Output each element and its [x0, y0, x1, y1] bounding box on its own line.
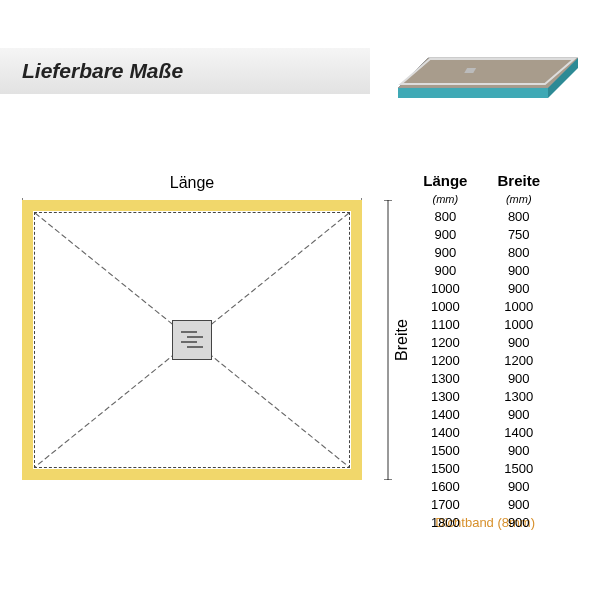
cell-length: 1200	[409, 334, 481, 350]
cell-length: 1500	[409, 442, 481, 458]
cell-width: 750	[483, 226, 554, 242]
table-row: 11001000	[409, 316, 554, 332]
cell-width: 1000	[483, 298, 554, 314]
cell-length: 1600	[409, 478, 481, 494]
cell-length: 800	[409, 208, 481, 224]
shower-tray-outline	[22, 200, 362, 480]
sizes-table: Länge(mm) Breite(mm) 8008009007509008009…	[407, 170, 556, 532]
cell-length: 1100	[409, 316, 481, 332]
cell-width: 900	[483, 442, 554, 458]
cell-width: 1200	[483, 352, 554, 368]
cell-width: 1400	[483, 424, 554, 440]
table-row: 1700900	[409, 496, 554, 512]
cell-width: 900	[483, 496, 554, 512]
product-photo	[368, 18, 588, 128]
table-row: 1000900	[409, 280, 554, 296]
length-label: Länge	[22, 174, 362, 192]
cell-length: 900	[409, 244, 481, 260]
table-row: 900900	[409, 262, 554, 278]
cell-width: 900	[483, 370, 554, 386]
table-row: 14001400	[409, 424, 554, 440]
table-row: 12001200	[409, 352, 554, 368]
cell-length: 1000	[409, 298, 481, 314]
table-row: 1400900	[409, 406, 554, 422]
cell-length: 1400	[409, 406, 481, 422]
dim-line-horizontal	[22, 192, 362, 200]
cell-width: 1300	[483, 388, 554, 404]
cell-width: 900	[483, 262, 554, 278]
cell-length: 1200	[409, 352, 481, 368]
cell-width: 900	[483, 334, 554, 350]
cell-width: 800	[483, 208, 554, 224]
cell-length: 1300	[409, 370, 481, 386]
cell-width: 900	[483, 406, 554, 422]
cell-length: 1400	[409, 424, 481, 440]
table-row: 15001500	[409, 460, 554, 476]
page-title: Lieferbare Maße	[22, 59, 183, 83]
cell-length: 900	[409, 226, 481, 242]
col-header-width: Breite(mm)	[483, 172, 554, 206]
cell-length: 1000	[409, 280, 481, 296]
cell-width: 1000	[483, 316, 554, 332]
cell-width: 900	[483, 514, 554, 530]
tray-inner-border	[34, 212, 350, 468]
table-row: 800800	[409, 208, 554, 224]
cell-width: 1500	[483, 460, 554, 476]
table-row: 10001000	[409, 298, 554, 314]
table-row: 1200900	[409, 334, 554, 350]
table-row: 900800	[409, 244, 554, 260]
dim-line-vertical	[384, 200, 392, 480]
table-row: 1800900	[409, 514, 554, 530]
cell-length: 900	[409, 262, 481, 278]
table-row: 900750	[409, 226, 554, 242]
table-row: 1500900	[409, 442, 554, 458]
cell-length: 1700	[409, 496, 481, 512]
table-row: 13001300	[409, 388, 554, 404]
cell-width: 900	[483, 280, 554, 296]
cell-length: 1800	[409, 514, 481, 530]
cell-length: 1500	[409, 460, 481, 476]
title-bar: Lieferbare Maße	[0, 48, 370, 94]
cell-length: 1300	[409, 388, 481, 404]
drain-icon	[172, 320, 212, 360]
svg-marker-1	[398, 88, 548, 98]
cell-width: 800	[483, 244, 554, 260]
cell-width: 900	[483, 478, 554, 494]
col-header-length: Länge(mm)	[409, 172, 481, 206]
dimensions-diagram: Länge Breite	[22, 200, 382, 510]
table-row: 1600900	[409, 478, 554, 494]
table-row: 1300900	[409, 370, 554, 386]
